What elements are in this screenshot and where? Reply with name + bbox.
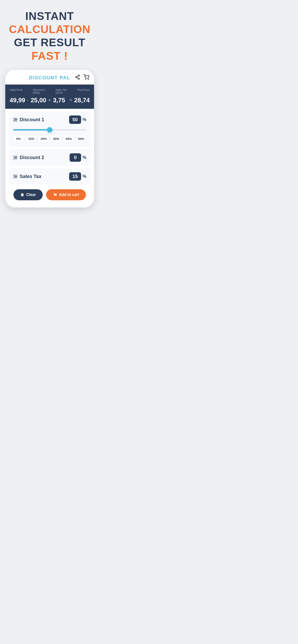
discount1-label: Discount 1	[13, 117, 44, 122]
label-sales-tax: Sales Tax (15%)	[56, 88, 67, 94]
headline-line1-dark: INSTANT	[26, 10, 74, 22]
discount2-pct-label: %	[83, 155, 86, 160]
discount1-value-box: 50	[69, 116, 81, 124]
sliders-icon-discount1	[13, 118, 17, 122]
value-final: 28,74	[74, 96, 90, 104]
label-discount1: Discount 1 (50%)	[33, 88, 45, 94]
headline-line1-orange: CALCULATION	[9, 23, 90, 36]
sliders-icon-discount2	[13, 156, 17, 159]
preset-30[interactable]: 30%	[50, 135, 61, 143]
svg-line-4	[77, 76, 78, 77]
discount2-section: Discount 2 0 %	[9, 150, 91, 166]
app-title: DISCOUNT PAL	[29, 75, 71, 80]
bottom-buttons: Clear Add to cart	[9, 189, 91, 200]
discount1-pct-label: %	[83, 117, 86, 122]
share-icon[interactable]	[75, 74, 80, 81]
trash-icon	[20, 192, 25, 197]
sales-tax-pct-label: %	[83, 174, 86, 179]
discount1-section: Discount 1 50 % 0% 10% 20% 30% 40% 50%	[9, 112, 91, 146]
cart-icon[interactable]	[83, 74, 89, 81]
svg-point-6	[88, 79, 89, 80]
discount1-presets: 0% 10% 20% 30% 40% 50%	[13, 135, 86, 143]
sales-tax-value-box: 15	[69, 172, 81, 181]
op-minus: -	[27, 97, 29, 103]
summary-bar: Initial Price Discount 1 (50%) Sales Tax…	[5, 84, 94, 109]
value-initial: 49,99	[10, 96, 25, 104]
headline-line2-orange: FAST !	[32, 50, 68, 62]
discount1-slider[interactable]	[13, 129, 86, 130]
discount1-slider-container[interactable]	[13, 127, 86, 132]
discount2-value-badge: 0 %	[70, 153, 86, 162]
op-equals: =	[69, 97, 72, 103]
discount2-value-box: 0	[70, 153, 81, 162]
topbar-icons	[75, 74, 89, 81]
svg-line-3	[77, 78, 78, 78]
value-discount: 25,00	[31, 96, 46, 104]
summary-values: 49,99 - 25,00 + 3,75 = 28,74	[10, 96, 90, 104]
svg-point-5	[85, 79, 86, 80]
clear-button[interactable]: Clear	[14, 189, 43, 200]
sliders-icon-tax	[13, 175, 17, 178]
discount2-header-row: Discount 2 0 %	[13, 153, 86, 162]
label-initial-price: Initial Price	[10, 88, 23, 94]
svg-point-8	[56, 196, 57, 197]
sales-tax-section: Sales Tax 15 %	[9, 168, 91, 184]
discount1-header-row: Discount 1 50 %	[13, 116, 86, 124]
preset-20[interactable]: 20%	[38, 135, 49, 143]
header-title: INSTANT CALCULATION GET RESULT FAST !	[0, 0, 99, 70]
headline-line2-dark: GET RESULT	[14, 36, 85, 49]
discount1-value-badge: 50 %	[69, 116, 86, 124]
cart-plus-icon	[53, 192, 57, 197]
sales-tax-header-row: Sales Tax 15 %	[13, 172, 86, 181]
phone-mockup: DISCOUNT PAL Initial Price D	[5, 70, 94, 208]
summary-labels: Initial Price Discount 1 (50%) Sales Tax…	[10, 88, 90, 94]
preset-0[interactable]: 0%	[13, 135, 24, 143]
sales-tax-value-badge: 15 %	[69, 172, 86, 181]
op-plus: +	[48, 97, 51, 103]
add-to-cart-button[interactable]: Add to cart	[46, 189, 86, 200]
sales-tax-label: Sales Tax	[13, 174, 42, 179]
preset-10[interactable]: 10%	[26, 135, 37, 143]
value-tax: 3,75	[53, 96, 67, 104]
svg-point-7	[54, 196, 55, 197]
preset-40[interactable]: 40%	[63, 135, 74, 143]
label-final-price: Final Price	[77, 88, 90, 94]
app-topbar: DISCOUNT PAL	[5, 70, 94, 84]
discount2-label: Discount 2	[13, 155, 44, 160]
preset-50[interactable]: 50%	[75, 135, 86, 143]
